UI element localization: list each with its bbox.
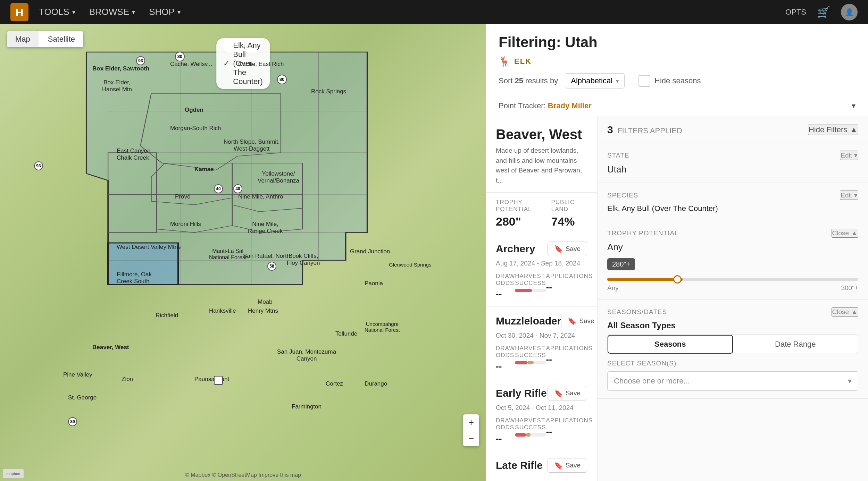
muzzleloader-applications: APPLICATIONS -- xyxy=(546,345,593,372)
trophy-slider-track[interactable] xyxy=(607,278,858,281)
hide-seasons-checkbox[interactable] xyxy=(639,75,650,87)
season-select-chevron-icon: ▾ xyxy=(848,377,852,386)
trophy-close-button[interactable]: Close ▲ xyxy=(832,229,858,238)
hide-filters-button[interactable]: Hide Filters ▲ xyxy=(808,125,858,135)
archery-season-name: Archery xyxy=(496,243,535,255)
slider-max-label: 300"+ xyxy=(841,284,858,292)
filter-panel: 3 FILTERS APPLIED Hide Filters ▲ STATE xyxy=(597,117,868,481)
sort-dropdown-arrow-icon: ▾ xyxy=(616,78,619,84)
filtering-title: Filtering: Utah xyxy=(499,34,856,51)
opts-text: OPTS xyxy=(785,8,806,17)
filters-count: 3 xyxy=(607,124,613,135)
season-select-dropdown[interactable]: Choose one or more... ▾ xyxy=(607,371,858,391)
bookmark-icon-4: 🔖 xyxy=(554,461,563,470)
season-card-muzzleloader: Muzzleloader 🔖 Save Oct 30, 2024 - Nov 7… xyxy=(486,307,597,379)
seasons-tab-button[interactable]: Seasons xyxy=(608,335,733,354)
tracker-name[interactable]: Brady Miller xyxy=(548,101,592,110)
browse-chevron-icon: ▾ xyxy=(132,8,135,16)
shop-chevron-icon: ▾ xyxy=(177,8,181,16)
early-rifle-season-name: Early Rifle xyxy=(496,387,547,399)
filter-state-section: STATE Edit ▾ Utah xyxy=(598,143,868,183)
muzzleloader-save-button[interactable]: 🔖 Save xyxy=(561,314,597,328)
hide-seasons-label: Hide seasons xyxy=(654,76,701,85)
logo[interactable]: H xyxy=(10,3,28,21)
season-card-late-rifle-header: Late Rifle 🔖 Save xyxy=(496,458,587,473)
hide-seasons-toggle: Hide seasons xyxy=(639,75,701,87)
trophy-potential-stat: TROPHY POTENTIAL 280" xyxy=(486,193,542,235)
archery-stats: DRAW ODDS -- HARVEST SUCCESS APPLICATION… xyxy=(496,273,587,299)
late-rifle-season-name: Late Rifle xyxy=(496,459,543,471)
elk-label: ELK xyxy=(514,57,532,66)
bookmark-icon-3: 🔖 xyxy=(554,389,563,397)
tools-chevron-icon: ▾ xyxy=(72,8,75,16)
elk-badge: 🦌 ELK xyxy=(499,56,856,67)
season-card-early-rifle: Early Rifle 🔖 Save Oct 5, 2024 - Oct 11,… xyxy=(486,379,597,451)
late-rifle-save-button[interactable]: 🔖 Save xyxy=(548,458,587,473)
seasons-close-chevron-icon: ▲ xyxy=(851,308,858,316)
right-panel-header: Filtering: Utah 🦌 ELK Sort 25 results by… xyxy=(486,24,868,95)
muzzleloader-dates: Oct 30, 2024 - Nov 7, 2024 xyxy=(496,332,587,339)
cart-icon[interactable]: 🛒 xyxy=(817,6,831,19)
trophy-filter-title: TROPHY POTENTIAL xyxy=(607,229,679,237)
map-view-button[interactable]: Map xyxy=(7,31,39,47)
muzzleloader-stats: DRAW ODDS -- HARVEST SUCCESS APPLICATION… xyxy=(496,345,587,372)
unit-description: Made up of desert lowlands, and hills an… xyxy=(496,146,587,185)
bookmark-icon-2: 🔖 xyxy=(568,317,576,325)
mapbox-logo: mapbox xyxy=(3,469,24,478)
season-card-early-rifle-header: Early Rifle 🔖 Save xyxy=(496,386,587,400)
season-card-late-rifle: Late Rifle 🔖 Save xyxy=(486,451,597,481)
point-tracker: Point Tracker: Brady Miller ▾ xyxy=(486,95,868,117)
trophy-filter-value: Any xyxy=(607,242,858,253)
right-panel: Filtering: Utah 🦌 ELK Sort 25 results by… xyxy=(486,24,868,481)
map-controls: Map Satellite xyxy=(7,31,83,47)
zoom-out-button[interactable]: − xyxy=(463,430,479,446)
muzzleloader-harvest-bar xyxy=(515,361,546,364)
seasons-date-toggle: Seasons Date Range xyxy=(607,335,858,354)
filters-applied-header: 3 FILTERS APPLIED Hide Filters ▲ xyxy=(598,117,868,143)
bookmark-icon: 🔖 xyxy=(554,245,563,253)
tracker-label: Point Tracker: xyxy=(499,101,548,110)
date-range-tab-button[interactable]: Date Range xyxy=(733,335,858,354)
avatar[interactable]: 👤 xyxy=(841,4,858,20)
sort-dropdown[interactable]: Alphabetical ▾ xyxy=(565,73,625,88)
early-rifle-harvest-bar xyxy=(515,433,546,437)
species-edit-button[interactable]: Edit ▾ xyxy=(840,191,858,200)
nav-browse[interactable]: BROWSE ▾ xyxy=(89,7,135,17)
seasons-filter-title: SEASONS/DATES xyxy=(607,308,667,316)
elk-animal-icon: 🦌 xyxy=(499,56,511,67)
early-rifle-draw-odds: DRAW ODDS -- xyxy=(496,417,515,444)
early-rifle-save-button[interactable]: 🔖 Save xyxy=(548,386,587,400)
map-elk-badge: ✓ Elk, Any Bull (Over The Counter) xyxy=(216,38,270,89)
satellite-view-button[interactable]: Satellite xyxy=(40,31,83,47)
nav-items: TOOLS ▾ BROWSE ▾ SHOP ▾ xyxy=(39,7,181,17)
nav-shop[interactable]: SHOP ▾ xyxy=(149,7,181,17)
trophy-value: 280" xyxy=(496,215,532,228)
early-rifle-stats: DRAW ODDS -- HARVEST SUCCESS APPLICATION… xyxy=(496,417,587,444)
app-container: H TOOLS ▾ BROWSE ▾ SHOP ▾ OPTS 🛒 👤 xyxy=(0,0,868,481)
filter-species-section: SPECIES Edit ▾ Elk, Any Bull (Over The C… xyxy=(598,183,868,221)
trophy-slider-labels: Any 300"+ xyxy=(607,284,858,292)
filter-seasons-section: SEASONS/DATES Close ▲ All Season Types S… xyxy=(598,300,868,399)
state-edit-button[interactable]: Edit ▾ xyxy=(840,151,858,160)
sort-row: Sort 25 results by Alphabetical ▾ Hide s… xyxy=(499,73,856,95)
nav-tools[interactable]: TOOLS ▾ xyxy=(39,7,75,17)
trophy-label: TROPHY POTENTIAL xyxy=(496,199,532,213)
main-content: Map Satellite ✓ Utah ✓ Elk, Any Bull (Ov… xyxy=(0,24,868,481)
svg-text:H: H xyxy=(15,6,23,19)
zoom-in-button[interactable]: + xyxy=(463,414,479,430)
archery-save-button[interactable]: 🔖 Save xyxy=(548,242,587,256)
trophy-slider-thumb[interactable] xyxy=(673,275,682,284)
public-land-stat: PUBLIC LAND 74% xyxy=(542,193,597,235)
map-background xyxy=(0,24,486,481)
seasons-close-button[interactable]: Close ▲ xyxy=(832,307,858,317)
trophy-slider-fill xyxy=(607,278,683,281)
state-edit-chevron-icon: ▾ xyxy=(854,151,858,159)
filters-applied-label: FILTERS APPLIED xyxy=(617,126,682,135)
slider-min-label: Any xyxy=(607,284,619,292)
unit-header: Beaver, West Made up of desert lowlands,… xyxy=(486,117,597,193)
state-filter-title: STATE xyxy=(607,152,629,159)
species-filter-title: SPECIES xyxy=(607,192,638,199)
trophy-slider-badge: 280"+ xyxy=(607,258,635,270)
results-panel: Beaver, West Made up of desert lowlands,… xyxy=(486,117,868,481)
select-season-label: Select Season(s) xyxy=(607,360,858,367)
